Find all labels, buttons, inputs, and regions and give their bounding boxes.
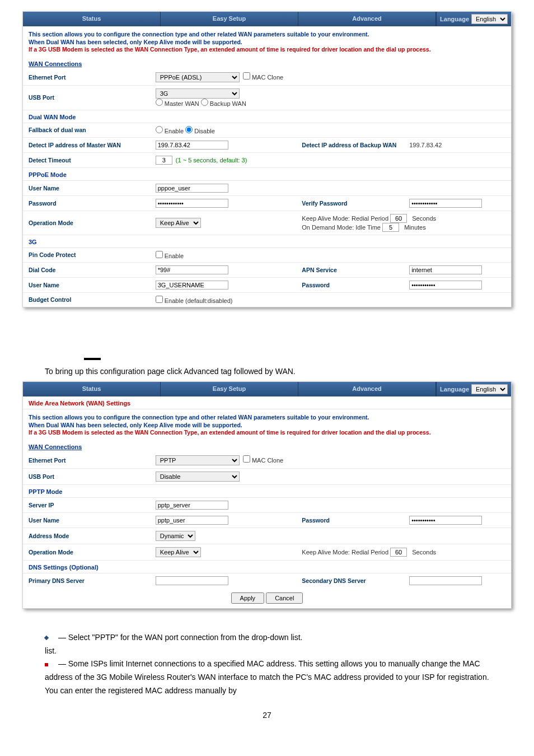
label-fallback: Fallback of dual wan [23,123,150,138]
secondary-dns-input[interactable] [409,576,482,585]
redial-label-2: Keep Alive Mode: Redial Period [302,549,388,556]
pppoe-verify-password-input[interactable] [409,199,482,208]
label-username: User Name [23,181,150,196]
language-select-2[interactable]: English [471,384,508,394]
label-operation-mode-2: Operation Mode [23,544,150,560]
tab-advanced[interactable]: Advanced [298,12,436,26]
section-pppoe-mode: PPPoE Mode [23,168,511,181]
label-detect-backup: Detect IP address of Backup WAN [296,137,404,152]
detect-backup-value: 199.7.83.42 [409,142,442,148]
mac-clone-label: MAC Clone [252,74,283,81]
section-dns: DNS Settings (Optional) [23,561,511,573]
ethport-list: list. [45,645,489,658]
tab-bar-2: Status Easy Setup Advanced Language Engl… [23,382,511,396]
config-panel-pptp: Status Easy Setup Advanced Language Engl… [22,381,512,609]
usb-port-select[interactable]: 3G [156,88,240,99]
budget-hint: Enable (default:disabled) [165,297,233,304]
pin-protect-checkbox[interactable] [156,251,163,258]
label-budget: Budget Control [23,292,150,307]
apn-input[interactable] [409,265,482,274]
idle-input[interactable] [382,223,399,232]
pptp-username-input[interactable] [156,516,228,525]
tab-advanced-2[interactable]: Advanced [298,382,436,396]
cancel-button[interactable]: Cancel [266,592,303,604]
label-pptp-password: Password [296,512,404,528]
usb-port-select-2[interactable]: Disable [156,472,240,482]
master-wan-label: Master WAN [165,100,199,107]
section-wan-connections: WAN Connections [23,55,511,69]
language-select[interactable]: English [471,14,508,24]
label-address-mode: Address Mode [23,528,150,544]
label-ethernet-port-2: Ethernet Port [23,452,150,469]
fallback-enable-label: Enable [165,128,184,134]
mac-clone-label-2: MAC Clone [252,457,283,464]
intro-text-2: This section allows you to configure the… [23,409,511,438]
tab-status-2[interactable]: Status [23,382,161,396]
tab-status[interactable]: Status [23,12,161,26]
apply-button[interactable]: Apply [231,592,265,604]
operation-mode-select-2[interactable]: Keep Alive [156,547,201,557]
section-3g: 3G [23,235,511,248]
ethernet-port-select[interactable]: PPPoE (ADSL) [156,72,240,82]
redial-label: Keep Alive Mode: Redial Period [302,215,388,222]
bringup-text: To bring up this configuration page clic… [22,367,512,381]
detect-master-input[interactable] [156,141,228,150]
3g-password-input[interactable] [409,281,482,290]
section-wan-connections-2: WAN Connections [23,438,511,452]
label-pptp-username: User Name [23,512,150,528]
label-dial-code: Dial Code [23,262,150,277]
label-password: Password [23,195,150,211]
timeout-hint: (1 ~ 5 seconds, default: 3) [176,157,247,164]
body-text: — Select "PPTP" for the WAN port connect… [22,620,512,734]
pptp-password-input[interactable] [409,516,482,525]
label-primary-dns: Primary DNS Server [23,573,150,588]
ethport-desc: — Select "PPTP" for the WAN port connect… [56,633,303,642]
master-wan-radio[interactable] [156,99,163,106]
backup-wan-radio[interactable] [201,99,208,106]
ethernet-port-select-2[interactable]: PPTP [156,455,240,465]
intro-text: This section allows you to configure the… [23,26,511,55]
label-secondary-dns: Secondary DNS Server [296,573,404,588]
redial-input[interactable] [390,214,407,223]
server-ip-input[interactable] [156,501,228,510]
label-detect-timeout: Detect Timeout [23,152,150,167]
dial-code-input[interactable] [156,265,228,274]
label-server-ip: Server IP [23,498,150,513]
minutes-label: Minutes [404,224,426,231]
label-ethernet-port: Ethernet Port [23,69,150,86]
section-dual-wan: Dual WAN Mode [23,110,511,123]
primary-dns-input[interactable] [156,576,228,585]
label-verify-password: Verify Password [296,195,404,211]
address-mode-select[interactable]: Dynamic [156,531,195,541]
section-pptp-mode: PPTP Mode [23,485,511,498]
tab-easy-setup-2[interactable]: Easy Setup [161,382,298,396]
language-area: Language English [436,12,511,26]
pin-enable-label: Enable [165,253,184,259]
budget-checkbox[interactable] [156,296,163,303]
label-pin-protect: Pin Code Protect [23,248,150,263]
3g-username-input[interactable] [156,281,228,290]
pppoe-username-input[interactable] [156,184,228,193]
pppoe-password-input[interactable] [156,199,228,208]
mac-desc: — Some ISPs limit Internet connections t… [45,659,489,695]
redial-input-2[interactable] [390,548,407,557]
language-label-2: Language [440,386,469,393]
seconds-label-2: Seconds [412,549,436,556]
mac-clone-checkbox-2[interactable] [243,455,250,463]
operation-mode-select[interactable]: Keep Alive [156,218,201,228]
mac-clone-checkbox[interactable] [243,72,250,80]
label-detect-master: Detect IP address of Master WAN [23,137,150,152]
detect-timeout-input[interactable] [156,156,172,165]
label-3g-username: User Name [23,277,150,292]
language-area-2: Language English [436,382,511,396]
seconds-label: Seconds [412,215,436,222]
label-usb-port: USB Port [23,85,150,110]
fallback-disable-radio[interactable] [185,126,193,133]
idle-label: On Demand Mode: Idle Time [302,224,381,231]
fallback-enable-radio[interactable] [156,126,163,133]
label-apn: APN Service [296,262,404,277]
page-number: 27 [45,709,489,722]
tab-easy-setup[interactable]: Easy Setup [161,12,298,26]
label-usb-port-2: USB Port [23,468,150,484]
label-3g-password: Password [296,277,404,292]
